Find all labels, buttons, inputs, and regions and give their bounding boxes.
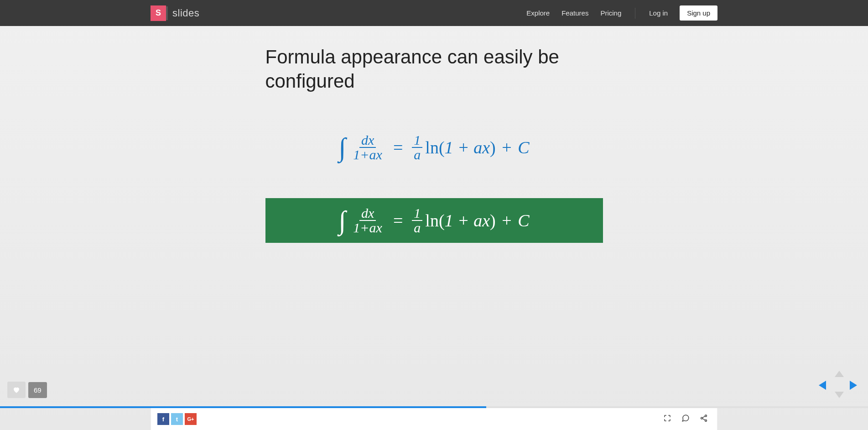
svg-point-2 [705, 420, 707, 421]
social-buttons: f t G+ [157, 413, 197, 425]
integral-symbol: ∫ [338, 207, 346, 234]
nav-divider [635, 8, 635, 19]
formula-rest: ln(1 + ax) + C [425, 212, 529, 229]
like-wrap: 69 [7, 382, 47, 398]
logo[interactable]: S slides [151, 5, 199, 21]
svg-point-1 [701, 417, 703, 419]
formula-blue: ∫ dx 1+ax = 1 a ln(1 + ax) + C [265, 125, 603, 170]
fullscreen-button[interactable] [663, 414, 671, 424]
logo-icon: S [151, 5, 166, 21]
integral-symbol: ∫ [338, 134, 346, 161]
nav-login[interactable]: Log in [649, 9, 668, 17]
fraction-1a: 1 a [412, 206, 422, 235]
comment-icon [681, 414, 690, 422]
slide-title: Formula appearance can easily be configu… [265, 45, 603, 93]
fraction-dx: dx 1+ax [351, 133, 384, 162]
googleplus-button[interactable]: G+ [185, 413, 197, 425]
svg-line-3 [702, 416, 705, 418]
footer-right [663, 414, 708, 424]
logo-text: slides [172, 7, 199, 19]
comment-button[interactable] [681, 414, 690, 424]
nav-pricing[interactable]: Pricing [600, 9, 621, 17]
equals: = [393, 139, 403, 156]
arrow-up-icon [835, 371, 844, 377]
heart-icon [12, 386, 21, 394]
arrow-down-icon [835, 392, 844, 398]
equals: = [393, 212, 403, 229]
slide-area: Formula appearance can easily be configu… [0, 26, 868, 406]
nav-explore[interactable]: Explore [526, 9, 550, 17]
prev-slide-button[interactable] [819, 381, 826, 390]
svg-line-4 [702, 419, 705, 420]
next-slide-button[interactable] [850, 381, 857, 390]
header-bar: S slides Explore Features Pricing Log in… [0, 0, 868, 26]
fraction-dx: dx 1+ax [351, 206, 384, 235]
facebook-button[interactable]: f [157, 413, 169, 425]
slide: Formula appearance can easily be configu… [265, 45, 603, 243]
nav-arrows [819, 371, 857, 398]
like-button[interactable] [7, 382, 26, 398]
nav-features[interactable]: Features [561, 9, 588, 17]
fullscreen-icon [663, 414, 671, 422]
svg-point-0 [705, 415, 707, 417]
share-icon [700, 414, 708, 422]
fraction-1a: 1 a [412, 133, 422, 162]
formula-rest: ln(1 + ax) + C [425, 139, 529, 156]
share-button[interactable] [700, 414, 708, 424]
formula-green: ∫ dx 1+ax = 1 a ln(1 + ax) + C [265, 198, 603, 243]
like-count: 69 [28, 382, 47, 398]
stage: Formula appearance can easily be configu… [0, 26, 868, 430]
twitter-button[interactable]: t [171, 413, 183, 425]
nav: Explore Features Pricing Log in Sign up [526, 5, 859, 21]
signup-button[interactable]: Sign up [680, 5, 717, 21]
footer-bar: f t G+ [151, 408, 717, 430]
